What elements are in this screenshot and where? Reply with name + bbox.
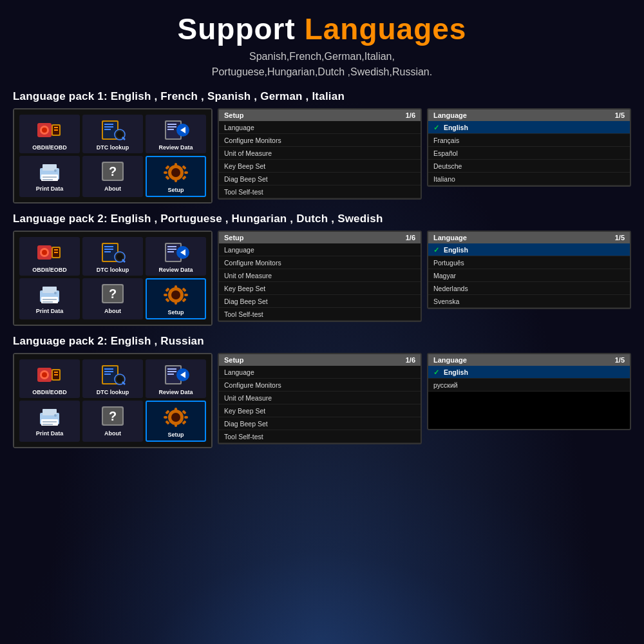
svg-rect-60 <box>167 251 174 252</box>
lang-item-1-pack2[interactable]: Português <box>428 256 630 269</box>
svg-point-27 <box>54 169 57 172</box>
svg-rect-58 <box>167 246 176 247</box>
lang-item-4-pack2[interactable]: Svenska <box>428 295 630 308</box>
lang-menu-pack3: Language1/5✓ Englishрусский <box>427 353 631 430</box>
svg-rect-93 <box>104 374 111 375</box>
svg-rect-115 <box>175 408 177 412</box>
setup-menu-item-3-pack2[interactable]: Key Beep Set <box>219 282 421 295</box>
page-content: Support Languages Spanish,French,German,… <box>0 0 644 464</box>
lang-item-0-pack3[interactable]: ✓ English <box>428 366 630 379</box>
lang-item-2-pack2[interactable]: Magyar <box>428 269 630 282</box>
svg-rect-59 <box>167 249 176 250</box>
main-title: Support Languages <box>13 12 631 46</box>
section-pack1: Language pack 1: English , French , Span… <box>13 90 631 204</box>
icon-review-pack1[interactable]: Review Data <box>146 115 206 153</box>
svg-rect-5 <box>54 127 58 128</box>
lang-menu-header-pack3: Language1/5 <box>428 354 630 366</box>
svg-text:?: ? <box>109 287 117 301</box>
setup-menu-item-0-pack1[interactable]: Language <box>219 121 421 134</box>
icon-label-setup-pack3: Setup <box>167 431 184 438</box>
lang-item-4-pack1[interactable]: Italiano <box>428 173 630 185</box>
svg-point-109 <box>54 414 57 417</box>
icon-grid-pack3: OBDII/EOBD DTC lookup Review Data Print … <box>14 354 211 447</box>
icon-print-pack1[interactable]: Print Data <box>19 156 80 197</box>
icon-setup-pack2[interactable]: Setup <box>146 278 206 319</box>
setup-menu-item-4-pack3[interactable]: Diag Beep Set <box>219 417 421 430</box>
setup-menu-item-2-pack1[interactable]: Unit of Measure <box>219 147 421 160</box>
svg-rect-99 <box>167 368 176 370</box>
setup-menu-item-3-pack3[interactable]: Key Beep Set <box>219 404 421 417</box>
icon-about-pack3[interactable]: ? About <box>82 401 143 442</box>
setup-menu-pack1: Setup1/6LanguageConfigure MonitorsUnit o… <box>218 108 422 200</box>
setup-menu-pack2: Setup1/6LanguageConfigure MonitorsUnit o… <box>218 231 422 322</box>
setup-menu-item-1-pack2[interactable]: Configure Monitors <box>219 256 421 269</box>
icon-label-review-pack1: Review Data <box>158 144 193 151</box>
icon-obdii-pack2[interactable]: OBDII/EOBD <box>19 237 80 276</box>
icon-obdii-pack1[interactable]: OBDII/EOBD <box>19 115 80 153</box>
svg-text:?: ? <box>109 409 117 423</box>
setup-menu-item-0-pack3[interactable]: Language <box>219 366 421 379</box>
svg-rect-34 <box>175 178 177 182</box>
setup-menu-item-4-pack2[interactable]: Diag Beep Set <box>219 295 421 308</box>
setup-menu-item-2-pack3[interactable]: Unit of Measure <box>219 392 421 404</box>
icon-label-about-pack3: About <box>104 430 121 437</box>
title-highlight: Languages <box>305 12 467 46</box>
icon-about-pack2[interactable]: ? About <box>82 278 143 319</box>
icon-dtc-pack1[interactable]: DTC lookup <box>82 115 143 153</box>
svg-rect-47 <box>54 252 58 253</box>
setup-menu-item-3-pack1[interactable]: Key Beep Set <box>219 160 421 173</box>
icon-label-review-pack2: Review Data <box>158 267 193 273</box>
icon-grid-pack1: OBDII/EOBD DTC lookup Review Data Print … <box>14 109 211 202</box>
lang-menu-pack1: Language1/5✓ EnglishFrançaisEspañolDeuts… <box>427 108 631 187</box>
svg-point-68 <box>54 292 57 294</box>
icon-review-pack3[interactable]: Review Data <box>146 359 206 398</box>
device-screen-pack1: OBDII/EOBD DTC lookup Review Data Print … <box>13 108 213 204</box>
svg-rect-33 <box>175 163 177 167</box>
icon-setup-pack1[interactable]: Setup <box>146 156 206 197</box>
setup-menu-item-2-pack2[interactable]: Unit of Measure <box>219 269 421 282</box>
setup-menu-item-5-pack3[interactable]: Tool Self-test <box>219 430 421 443</box>
icon-obdii-pack3[interactable]: OBDII/EOBD <box>19 359 80 398</box>
section-title-pack3: Language pack 2: English , Russian <box>13 335 631 348</box>
svg-rect-36 <box>184 171 188 174</box>
svg-rect-100 <box>167 371 176 372</box>
setup-menu-pack3: Setup1/6LanguageConfigure MonitorsUnit o… <box>218 353 422 444</box>
svg-point-84 <box>42 372 47 377</box>
lang-item-1-pack3[interactable]: русский <box>428 379 630 392</box>
svg-point-32 <box>171 168 180 177</box>
svg-rect-92 <box>104 371 113 372</box>
subtitle: Spanish,French,German,Italian, Portugues… <box>13 49 631 80</box>
setup-menu-item-5-pack2[interactable]: Tool Self-test <box>219 308 421 321</box>
setup-menu-item-0-pack2[interactable]: Language <box>219 243 421 256</box>
setup-menu-item-4-pack1[interactable]: Diag Beep Set <box>219 173 421 185</box>
svg-rect-26 <box>43 179 53 180</box>
lang-item-0-pack1[interactable]: ✓ English <box>428 121 630 134</box>
icon-label-obdii-pack1: OBDII/EOBD <box>32 144 67 151</box>
icon-label-print-pack1: Print Data <box>36 185 64 192</box>
icon-label-print-pack2: Print Data <box>36 308 64 314</box>
icon-about-pack1[interactable]: ? About <box>82 156 143 197</box>
svg-rect-88 <box>54 374 58 375</box>
svg-point-54 <box>117 254 123 260</box>
icon-review-pack2[interactable]: Review Data <box>146 237 206 276</box>
icon-print-pack2[interactable]: Print Data <box>19 278 80 319</box>
setup-menu-item-1-pack3[interactable]: Configure Monitors <box>219 379 421 392</box>
setup-menu-item-1-pack1[interactable]: Configure Monitors <box>219 134 421 147</box>
icon-label-obdii-pack2: OBDII/EOBD <box>32 267 67 273</box>
icon-print-pack3[interactable]: Print Data <box>19 401 80 442</box>
icon-setup-pack3[interactable]: Setup <box>146 401 206 442</box>
svg-rect-117 <box>164 416 167 419</box>
lang-item-2-pack1[interactable]: Español <box>428 147 630 160</box>
svg-rect-6 <box>54 129 58 131</box>
icon-dtc-pack2[interactable]: DTC lookup <box>82 237 143 276</box>
svg-point-2 <box>42 128 47 133</box>
lang-item-3-pack2[interactable]: Nederlands <box>428 282 630 295</box>
svg-rect-118 <box>184 416 188 419</box>
svg-rect-67 <box>43 301 53 303</box>
icon-dtc-pack3[interactable]: DTC lookup <box>82 359 143 398</box>
lang-item-1-pack1[interactable]: Français <box>428 134 630 147</box>
title-plain: Support <box>178 12 305 46</box>
lang-item-3-pack1[interactable]: Deutsche <box>428 160 630 173</box>
setup-menu-item-5-pack1[interactable]: Tool Self-test <box>219 185 421 198</box>
lang-item-0-pack2[interactable]: ✓ English <box>428 243 630 256</box>
